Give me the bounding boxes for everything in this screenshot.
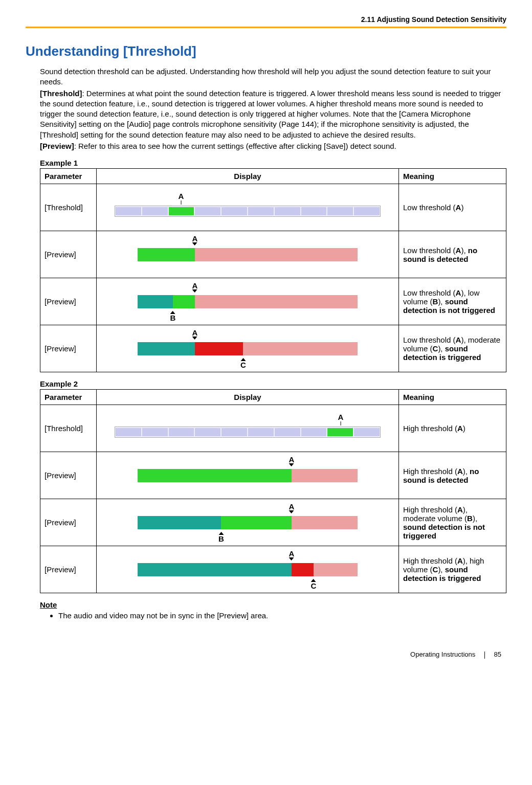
preview-bar: A <box>138 469 358 482</box>
cell-meaning: Low threshold (A) <box>399 184 506 231</box>
cell-display: A B <box>97 499 399 546</box>
marker-a: A <box>338 413 344 425</box>
table-row: [Preview] A C Low threshold (A), moderat… <box>40 325 506 372</box>
col-meaning: Meaning <box>399 169 506 184</box>
example2-heading: Example 2 <box>40 379 506 388</box>
cell-param: [Preview] <box>40 499 97 546</box>
cell-display: A <box>97 184 399 231</box>
marker-a: A <box>192 235 197 245</box>
intro-paragraph: Sound detection threshold can be adjuste… <box>40 66 506 87</box>
cell-display: A <box>97 231 399 278</box>
col-parameter: Parameter <box>40 169 97 184</box>
table-row: [Preview] A B Low threshold (A), low vol… <box>40 278 506 325</box>
footer-page-number: 85 <box>494 651 501 658</box>
table-row: [Threshold] A Low threshold (A) <box>40 184 506 231</box>
threshold-slider: A <box>115 206 381 217</box>
cell-meaning: High threshold (A), moderate volume (B),… <box>399 499 506 546</box>
marker-b: B <box>218 532 224 543</box>
cell-meaning: High threshold (A) <box>399 405 506 452</box>
label-a: A <box>179 192 184 200</box>
marker-a: A <box>192 282 197 293</box>
header-rule <box>26 27 506 28</box>
cell-display: A C <box>97 546 399 593</box>
marker-b: B <box>170 311 175 322</box>
preview-bar: A B <box>138 516 358 529</box>
marker-a: A <box>289 550 295 560</box>
preview-text: : Refer to this area to see how the curr… <box>74 142 396 150</box>
preview-paragraph: [Preview]: Refer to this area to see how… <box>40 141 506 151</box>
table-row: [Preview] A B High threshold (A), modera… <box>40 499 506 546</box>
cell-param: [Preview] <box>40 231 97 278</box>
page-title: Understanding [Threshold] <box>26 43 506 59</box>
footer-doc-title: Operating Instructions <box>410 651 475 658</box>
cell-param: [Threshold] <box>40 184 97 231</box>
cell-meaning: Low threshold (A), no sound is detected <box>399 231 506 278</box>
cell-param: [Threshold] <box>40 405 97 452</box>
example1-table: Parameter Display Meaning [Threshold] A … <box>40 168 506 372</box>
table-header-row: Parameter Display Meaning <box>40 390 506 405</box>
col-parameter: Parameter <box>40 390 97 405</box>
cell-meaning: High threshold (A), high volume (C), sou… <box>399 546 506 593</box>
threshold-label: [Threshold] <box>40 89 82 98</box>
cell-param: [Preview] <box>40 452 97 499</box>
example2-table: Parameter Display Meaning [Threshold] A … <box>40 389 506 593</box>
cell-meaning: Low threshold (A), moderate volume (C), … <box>399 325 506 372</box>
page-footer: Operating Instructions 85 <box>26 651 506 659</box>
example1-heading: Example 1 <box>40 159 506 167</box>
preview-bar: A <box>138 248 358 261</box>
table-row: [Preview] A C High threshold (A), high v… <box>40 546 506 593</box>
marker-a: A <box>289 503 295 513</box>
note-list: The audio and video may not be in sync i… <box>58 611 506 620</box>
cell-param: [Preview] <box>40 546 97 593</box>
marker-a: A <box>179 192 184 205</box>
marker-a: A <box>192 329 197 340</box>
note-heading: Note <box>40 600 506 609</box>
threshold-slider: A <box>115 427 381 438</box>
table-header-row: Parameter Display Meaning <box>40 169 506 184</box>
note-item: The audio and video may not be in sync i… <box>58 611 506 620</box>
cell-display: A C <box>97 325 399 372</box>
cell-param: [Preview] <box>40 278 97 325</box>
cell-display: A <box>97 452 399 499</box>
preview-bar: A C <box>138 342 358 355</box>
table-row: [Preview] A Low threshold (A), no sound … <box>40 231 506 278</box>
marker-a: A <box>289 456 295 466</box>
section-header: 2.11 Adjusting Sound Detection Sensitivi… <box>26 15 506 24</box>
table-row: [Threshold] A High threshold (A) <box>40 405 506 452</box>
marker-c: C <box>311 579 317 590</box>
marker-c: C <box>240 358 246 369</box>
col-display: Display <box>97 390 399 405</box>
cell-display: A B <box>97 278 399 325</box>
threshold-paragraph: [Threshold]: Determines at what point th… <box>40 88 506 140</box>
preview-bar: A B <box>138 295 358 308</box>
col-display: Display <box>97 169 399 184</box>
threshold-text: : Determines at what point the sound det… <box>40 89 501 139</box>
preview-bar: A C <box>138 563 358 576</box>
preview-label: [Preview] <box>40 142 74 150</box>
table-row: [Preview] A High threshold (A), no sound… <box>40 452 506 499</box>
cell-display: A <box>97 405 399 452</box>
cell-meaning: Low threshold (A), low volume (B), sound… <box>399 278 506 325</box>
col-meaning: Meaning <box>399 390 506 405</box>
cell-meaning: High threshold (A), no sound is detected <box>399 452 506 499</box>
cell-param: [Preview] <box>40 325 97 372</box>
